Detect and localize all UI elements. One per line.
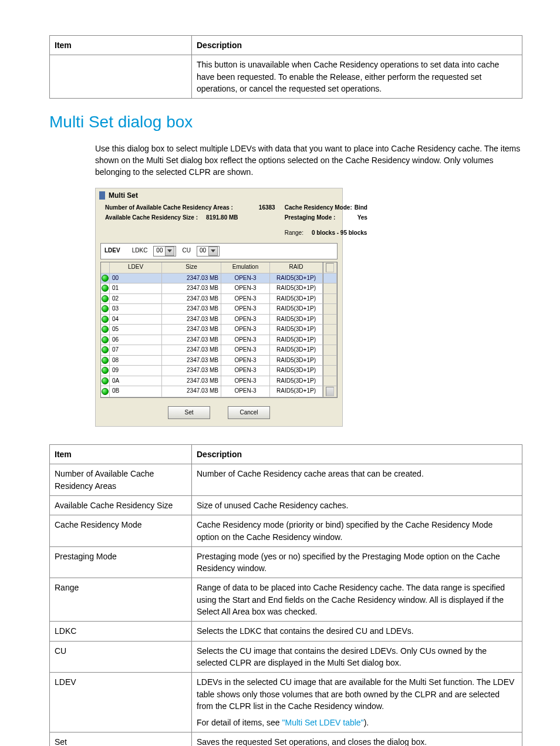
cu-label: CU <box>182 247 190 255</box>
top-item-cell <box>50 55 192 99</box>
table-row[interactable]: 012347.03 MBOPEN-3RAID5(3D+1P) <box>101 283 337 294</box>
col-size[interactable]: Size <box>162 262 221 274</box>
table-row[interactable]: 072347.03 MBOPEN-3RAID5(3D+1P) <box>101 345 337 356</box>
cancel-button[interactable]: Cancel <box>228 406 270 419</box>
desc-cell: Number of Cache Residency cache areas th… <box>192 464 522 496</box>
cell-size: 2347.03 MB <box>162 283 221 294</box>
cell-size: 2347.03 MB <box>162 294 221 305</box>
cell-emulation: OPEN-3 <box>221 376 270 387</box>
cell-size: 2347.03 MB <box>162 356 221 366</box>
cell-emulation: OPEN-3 <box>221 304 270 315</box>
cell-emulation: OPEN-3 <box>221 335 270 346</box>
cell-emulation: OPEN-3 <box>221 386 270 397</box>
item-cell: CU <box>50 641 192 673</box>
desc-cell: Cache Residency mode (priority or bind) … <box>192 515 522 547</box>
ldev-label: LDEV <box>104 247 120 255</box>
range-label: Range: <box>285 229 303 238</box>
table-row[interactable]: 052347.03 MBOPEN-3RAID5(3D+1P) <box>101 325 337 335</box>
cell-raid: RAID5(3D+1P) <box>270 304 323 315</box>
table-row[interactable]: 032347.03 MBOPEN-3RAID5(3D+1P) <box>101 304 337 315</box>
table-row: Cache Residency ModeCache Residency mode… <box>50 515 522 547</box>
cell-size: 2347.03 MB <box>162 304 221 315</box>
mode-value: Bind <box>355 204 367 212</box>
table-row[interactable]: 092347.03 MBOPEN-3RAID5(3D+1P) <box>101 366 337 376</box>
col-ldev[interactable]: LDEV <box>110 262 162 274</box>
table-row[interactable]: 0A2347.03 MBOPEN-3RAID5(3D+1P) <box>101 376 337 387</box>
cell-size: 2347.03 MB <box>162 366 221 376</box>
cell-raid: RAID5(3D+1P) <box>270 274 323 284</box>
volume-icon <box>102 285 109 292</box>
title-icon <box>99 191 105 200</box>
scroll-up-icon[interactable] <box>326 263 334 272</box>
ldev-selector-bar: LDEV LDKC 00 CU 00 <box>100 243 338 259</box>
volume-icon <box>102 326 109 333</box>
cell-size: 2347.03 MB <box>162 274 221 284</box>
grid-header-row: LDEV Size Emulation RAID <box>101 262 337 274</box>
cell-emulation: OPEN-3 <box>221 315 270 325</box>
cell-ldev: 03 <box>110 304 162 315</box>
avail-size-value: 8191.80 MB <box>206 214 238 222</box>
ldkc-dropdown[interactable]: 00 <box>153 246 176 256</box>
multi-set-ldev-table-link[interactable]: "Multi Set LDEV table" <box>282 718 364 727</box>
desc-cell: Saves the requested Set operations, and … <box>192 733 522 746</box>
cell-size: 2347.03 MB <box>162 376 221 387</box>
cell-raid: RAID5(3D+1P) <box>270 294 323 305</box>
cell-raid: RAID5(3D+1P) <box>270 356 323 366</box>
cell-raid: RAID5(3D+1P) <box>270 283 323 294</box>
desc-cell: Size of unused Cache Residency caches. <box>192 495 522 515</box>
item-cell: Set <box>50 733 192 746</box>
mode-label: Cache Residency Mode: <box>285 204 352 212</box>
volume-icon <box>102 357 109 364</box>
cell-raid: RAID5(3D+1P) <box>270 335 323 346</box>
num-areas-value: 16383 <box>259 204 275 212</box>
cell-raid: RAID5(3D+1P) <box>270 376 323 387</box>
cu-dropdown[interactable]: 00 <box>197 246 220 256</box>
cell-ldev: 08 <box>110 356 162 366</box>
volume-icon <box>102 275 109 282</box>
desc-cell: Selects the LDKC that contains the desir… <box>192 622 522 641</box>
cell-emulation: OPEN-3 <box>221 345 270 356</box>
table-row[interactable]: 062347.03 MBOPEN-3RAID5(3D+1P) <box>101 335 337 346</box>
cell-ldev: 04 <box>110 315 162 325</box>
scroll-down-icon[interactable] <box>326 387 334 396</box>
cell-size: 2347.03 MB <box>162 315 221 325</box>
table-row: Prestaging ModePrestaging mode (yes or n… <box>50 546 522 578</box>
prestage-label: Prestaging Mode : <box>285 214 336 222</box>
cell-emulation: OPEN-3 <box>221 283 270 294</box>
col-emulation[interactable]: Emulation <box>221 262 270 274</box>
cell-raid: RAID5(3D+1P) <box>270 325 323 335</box>
item-cell: LDKC <box>50 622 192 641</box>
item-cell: LDEV <box>50 673 192 733</box>
cell-raid: RAID5(3D+1P) <box>270 345 323 356</box>
col-raid[interactable]: RAID <box>270 262 323 274</box>
volume-icon <box>102 316 109 323</box>
table-row[interactable]: 022347.03 MBOPEN-3RAID5(3D+1P) <box>101 294 337 305</box>
table-row[interactable]: 042347.03 MBOPEN-3RAID5(3D+1P) <box>101 315 337 325</box>
item-cell: Range <box>50 578 192 622</box>
volume-icon <box>102 295 109 302</box>
num-areas-label: Number of Available Cache Residency Area… <box>105 204 233 212</box>
item-cell: Cache Residency Mode <box>50 515 192 547</box>
th-desc: Description <box>192 36 522 55</box>
cell-size: 2347.03 MB <box>162 335 221 346</box>
cell-size: 2347.03 MB <box>162 386 221 397</box>
th-item: Item <box>50 445 192 464</box>
table-row: RangeRange of data to be placed into Cac… <box>50 578 522 622</box>
ldkc-label: LDKC <box>132 247 148 255</box>
range-value: 0 blocks - 95 blocks <box>312 229 367 238</box>
cell-raid: RAID5(3D+1P) <box>270 366 323 376</box>
table-row[interactable]: 0B2347.03 MBOPEN-3RAID5(3D+1P) <box>101 386 337 397</box>
ldev-grid: LDEV Size Emulation RAID 002347.03 MBOPE… <box>100 262 338 399</box>
set-button[interactable]: Set <box>168 406 210 419</box>
cell-size: 2347.03 MB <box>162 345 221 356</box>
cell-emulation: OPEN-3 <box>221 366 270 376</box>
table-row[interactable]: 002347.03 MBOPEN-3RAID5(3D+1P) <box>101 274 337 284</box>
cell-ldev: 0A <box>110 376 162 387</box>
ldkc-value: 00 <box>156 247 163 255</box>
table-row[interactable]: 082347.03 MBOPEN-3RAID5(3D+1P) <box>101 356 337 366</box>
volume-icon <box>102 367 109 374</box>
cell-ldev: 07 <box>110 345 162 356</box>
table-row: SetSaves the requested Set operations, a… <box>50 733 522 746</box>
cell-ldev: 06 <box>110 335 162 346</box>
desc-cell: Range of data to be placed into Cache Re… <box>192 578 522 622</box>
